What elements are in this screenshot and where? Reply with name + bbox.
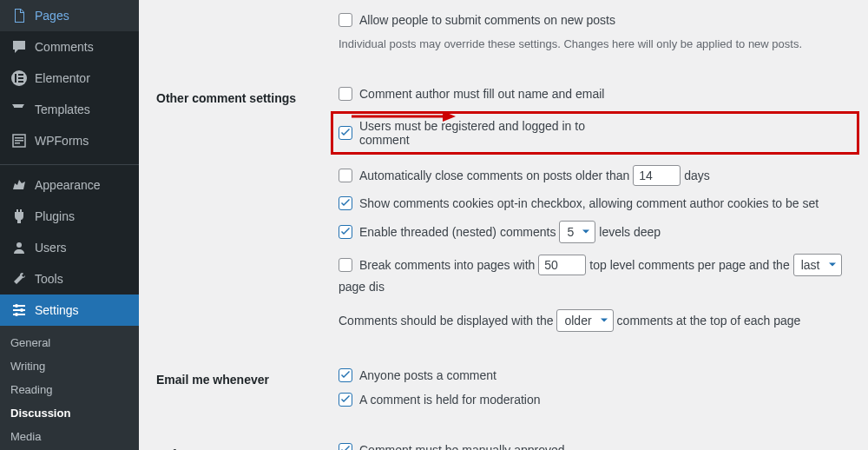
cookies-optin-label: Show comments cookies opt-in checkbox, a… [359, 196, 819, 210]
threaded-prefix: Enable threaded (nested) comments [359, 225, 556, 239]
comments-per-page-input[interactable]: 50 [538, 255, 586, 275]
submenu-item-writing[interactable]: Writing [0, 354, 139, 378]
svg-point-9 [16, 242, 22, 248]
sidebar-item-label: WPForms [35, 134, 89, 148]
allow-comments-option[interactable]: Allow people to submit comments on new p… [339, 13, 615, 27]
svg-rect-3 [18, 77, 23, 79]
name-email-option[interactable]: Comment author must fill out name and em… [339, 87, 604, 101]
allow-comments-label: Allow people to submit comments on new p… [359, 13, 615, 27]
sidebar-item-templates[interactable]: Templates [0, 94, 139, 125]
email-held-moderation-label: A comment is held for moderation [359, 393, 541, 407]
email-held-moderation-option[interactable]: A comment is held for moderation [339, 393, 541, 407]
sidebar-item-label: Plugins [35, 209, 75, 223]
cookies-optin-checkbox[interactable] [339, 196, 352, 210]
sidebar-item-label: Settings [35, 303, 79, 317]
sidebar-item-tools[interactable]: Tools [0, 263, 139, 294]
users-icon [10, 239, 28, 256]
submenu-item-general[interactable]: General [0, 331, 139, 354]
submenu-item-media[interactable]: Media [0, 425, 139, 448]
comment-order-select[interactable]: older [556, 309, 613, 332]
default-settings-description: Individual posts may override these sett… [339, 37, 859, 50]
wpforms-icon [10, 132, 28, 149]
annotation-arrow [352, 108, 456, 125]
sidebar-separator [0, 156, 139, 165]
sidebar-item-label: Comments [35, 40, 94, 54]
sidebar-item-wpforms[interactable]: WPForms [0, 125, 139, 156]
allow-comments-checkbox[interactable] [339, 13, 352, 27]
sidebar-item-label: Pages [35, 9, 69, 23]
email-me-heading: Email me whenever [156, 355, 330, 430]
sidebar-item-comments[interactable]: Comments [0, 31, 139, 63]
pages-icon [10, 7, 28, 24]
paginate-prefix: Break comments into pages with [359, 258, 535, 272]
before-comment-appears-heading: Before a comment appears [156, 430, 330, 450]
appearance-icon [10, 176, 28, 194]
sidebar-item-plugins[interactable]: Plugins [0, 201, 139, 232]
svg-marker-17 [443, 111, 456, 122]
auto-close-days-input[interactable]: 14 [633, 165, 681, 186]
settings-icon [10, 301, 28, 319]
threaded-comments-option[interactable]: Enable threaded (nested) comments [339, 225, 556, 239]
paginate-comments-option[interactable]: Break comments into pages with [339, 258, 535, 272]
email-anyone-posts-label: Anyone posts a comment [359, 368, 496, 382]
email-held-moderation-checkbox[interactable] [339, 393, 352, 407]
sidebar-item-pages[interactable]: Pages [0, 0, 139, 31]
sidebar-item-elementor[interactable]: Elementor [0, 63, 139, 94]
sidebar-item-label: Elementor [35, 71, 90, 85]
comment-order-suffix: comments at the top of each page [617, 314, 801, 328]
svg-rect-2 [18, 74, 23, 76]
name-email-checkbox[interactable] [339, 87, 352, 101]
plugins-icon [10, 208, 28, 225]
sidebar-item-users[interactable]: Users [0, 232, 139, 263]
manual-approve-option[interactable]: Comment must be manually approved [339, 443, 565, 450]
svg-point-14 [20, 308, 23, 312]
name-email-label: Comment author must fill out name and em… [359, 87, 604, 101]
submenu-item-discussion[interactable]: Discussion [0, 401, 139, 425]
comments-icon [10, 38, 28, 56]
require-registration-checkbox[interactable] [339, 126, 352, 140]
svg-rect-1 [15, 74, 16, 83]
email-anyone-posts-checkbox[interactable] [339, 368, 352, 382]
main-content: Allow people to submit comments on new p… [139, 0, 868, 450]
paginate-mid: top level comments per page and the [589, 258, 789, 272]
svg-rect-6 [15, 137, 23, 139]
svg-rect-7 [15, 140, 23, 142]
auto-close-prefix: Automatically close comments on posts ol… [359, 169, 629, 182]
manual-approve-label: Comment must be manually approved [359, 443, 565, 450]
templates-icon [10, 101, 28, 118]
elementor-icon [10, 69, 28, 87]
tools-icon [10, 270, 28, 288]
threaded-depth-select[interactable]: 5 [559, 221, 595, 243]
svg-point-15 [15, 313, 18, 316]
threaded-suffix: levels deep [599, 225, 661, 239]
admin-sidebar: Pages Comments Elementor Templates WPFor… [0, 0, 139, 450]
sidebar-item-label: Users [35, 241, 67, 255]
cookies-optin-option[interactable]: Show comments cookies opt-in checkbox, a… [339, 196, 819, 210]
settings-submenu: General Writing Reading Discussion Media… [0, 326, 139, 450]
svg-rect-4 [18, 81, 23, 83]
svg-point-13 [15, 304, 18, 308]
other-comment-settings-heading: Other comment settings [156, 74, 330, 355]
threaded-comments-checkbox[interactable] [339, 225, 352, 239]
paginate-comments-checkbox[interactable] [339, 258, 352, 272]
comment-order-prefix: Comments should be displayed with the [339, 314, 553, 328]
default-page-select[interactable]: last [793, 254, 842, 276]
auto-close-option[interactable]: Automatically close comments on posts ol… [339, 169, 629, 182]
submenu-item-reading[interactable]: Reading [0, 378, 139, 401]
email-anyone-posts-option[interactable]: Anyone posts a comment [339, 368, 496, 382]
sidebar-item-settings[interactable]: Settings [0, 294, 139, 326]
auto-close-checkbox[interactable] [339, 169, 352, 182]
sidebar-item-appearance[interactable]: Appearance [0, 169, 139, 201]
manual-approve-checkbox[interactable] [339, 443, 352, 450]
paginate-suffix: page dis [339, 280, 385, 294]
sidebar-item-label: Templates [35, 103, 90, 116]
sidebar-item-label: Tools [35, 272, 63, 286]
auto-close-suffix: days [684, 169, 710, 182]
svg-rect-8 [15, 142, 20, 144]
sidebar-item-label: Appearance [35, 178, 101, 192]
